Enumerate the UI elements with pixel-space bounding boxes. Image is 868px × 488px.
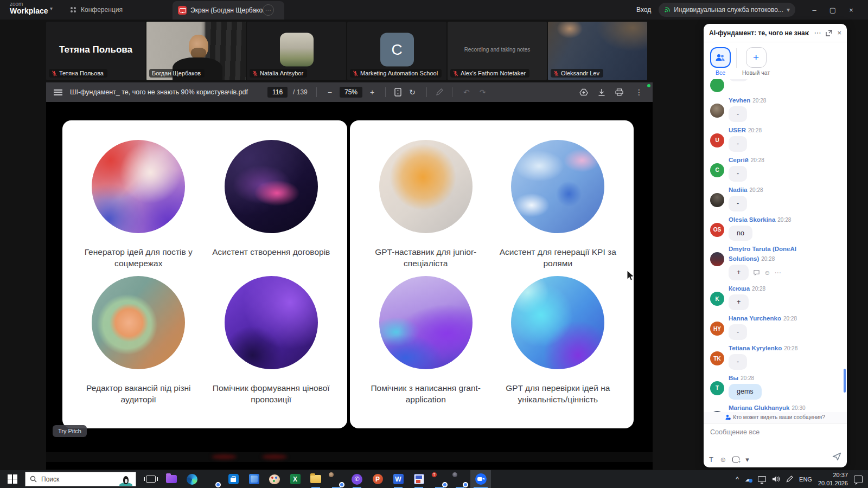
redo-icon[interactable]: ↷	[477, 88, 488, 96]
tray-chevron-icon[interactable]: ^	[736, 476, 739, 483]
taskbar-app-edge[interactable]	[182, 470, 202, 488]
message-bubble[interactable]: gems	[729, 384, 762, 400]
message-more-icon[interactable]: ⋯	[775, 269, 781, 276]
pen-icon[interactable]	[786, 476, 793, 483]
recording-indicator-dot	[647, 84, 650, 87]
taskbar-app-word[interactable]: W	[388, 470, 409, 488]
taskbar-app-billing-app[interactable]	[409, 470, 429, 488]
gpt-use-case: Асистент створення договорів	[212, 140, 330, 276]
maximize-button[interactable]: ▢	[824, 0, 842, 20]
notification-center-icon[interactable]	[854, 476, 863, 483]
menu-icon[interactable]	[54, 89, 62, 95]
page-number-input[interactable]: 116	[267, 87, 288, 98]
taskbar-app-excel[interactable]: X	[285, 470, 305, 488]
taskbar-app-viber[interactable]: ✆	[347, 470, 367, 488]
use-case-caption: Помічник з написання grant-application	[367, 382, 485, 406]
close-button[interactable]: ×	[842, 0, 860, 20]
login-button[interactable]: Вход	[636, 6, 651, 14]
taskbar-app-task-view[interactable]	[141, 470, 161, 488]
chat-scrollbar[interactable]	[844, 369, 846, 393]
taskbar-app-chrome-red[interactable]: T	[429, 470, 450, 488]
taskbar-app-microsoft-store[interactable]	[223, 470, 244, 488]
chat-message-list[interactable]: +Yevhen20:28-UUSER20:28-CСергій20:28-Nad…	[704, 79, 847, 412]
taskbar-app-zoom[interactable]	[470, 470, 491, 488]
taskbar-app-powerpoint[interactable]: P	[367, 470, 388, 488]
tab-more-button[interactable]: ⋯	[263, 4, 274, 16]
chat-message: CСергій20:28-	[710, 155, 841, 182]
new-chat-plus-icon: +	[746, 47, 767, 68]
chat-input-area[interactable]: Сообщение все T ☺ ▾	[704, 423, 847, 467]
send-icon[interactable]	[832, 452, 841, 463]
windows-logo-icon	[8, 474, 17, 484]
message-bubble[interactable]: -	[729, 196, 747, 211]
taskbar-app-chrome[interactable]	[202, 470, 223, 488]
add-to-drive-icon[interactable]	[579, 88, 588, 97]
language-indicator[interactable]: ENG	[799, 476, 812, 483]
zoom-level[interactable]: 75%	[340, 87, 362, 98]
taskbar-app-file-explorer[interactable]	[305, 470, 326, 488]
participant-tile[interactable]: CMarketing Automation School	[347, 22, 446, 80]
participant-tile[interactable]: Natalia Antsybor	[247, 22, 346, 80]
taskbar-app-chrome-profile[interactable]	[326, 470, 347, 488]
taskbar-search[interactable]: Поиск	[25, 472, 136, 486]
message-bubble[interactable]: no	[729, 226, 752, 241]
download-icon[interactable]	[598, 88, 605, 97]
message-bubble[interactable]: -	[729, 324, 747, 340]
search-placeholder: Поиск	[41, 476, 59, 483]
tab-conference[interactable]: Конференция	[64, 0, 128, 20]
try-pitch-button[interactable]: Try Pitch	[53, 425, 87, 437]
participant-tile[interactable]: Recording and taking notesAlex's Fathom …	[448, 22, 547, 80]
participant-tile[interactable]: Богдан Щербаков	[146, 22, 246, 80]
display-icon[interactable]	[758, 476, 766, 482]
taskbar-app-paint[interactable]	[264, 470, 285, 488]
rotate-icon[interactable]: ↻	[407, 88, 418, 96]
taskbar-app-chrome-profile-2[interactable]	[450, 470, 470, 488]
volume-icon[interactable]	[772, 476, 780, 483]
emoji-icon[interactable]: ☺	[719, 456, 726, 463]
message-bubble[interactable]: -	[729, 166, 747, 182]
avatar: K	[710, 292, 724, 306]
screenshot-icon[interactable]	[732, 457, 739, 463]
reply-icon[interactable]	[753, 269, 760, 276]
print-icon[interactable]	[615, 88, 623, 96]
onedrive-icon[interactable]: ☁	[745, 476, 752, 483]
stream-service-dropdown[interactable]: Индивидуальная служба потоково... ▾	[659, 3, 795, 17]
undo-icon[interactable]: ↶	[461, 88, 472, 96]
zoom-in-button[interactable]: +	[368, 88, 376, 96]
chat-input-placeholder[interactable]: Сообщение все	[710, 428, 760, 436]
chat-message: TВы20:28gems	[710, 373, 841, 400]
taskbar-app-photos[interactable]	[244, 470, 264, 488]
message-bubble[interactable]: -	[729, 136, 747, 152]
attach-caret-icon[interactable]: ▾	[745, 456, 749, 463]
avatar	[710, 104, 724, 118]
more-options-icon[interactable]: ⋮	[633, 88, 645, 96]
message-bubble[interactable]: +	[729, 79, 749, 81]
use-case-caption: Генератор ідей для постів у соцмережах	[79, 246, 197, 269]
reaction-icon[interactable]: ☺	[764, 269, 770, 276]
participant-tile[interactable]: Oleksandr Lev	[548, 22, 647, 80]
annotate-pen-icon[interactable]	[436, 88, 443, 96]
use-case-art	[511, 140, 604, 233]
participant-tile[interactable]: Тетяна ПольоваТетяна Польова	[46, 22, 145, 80]
chat-more-icon[interactable]: ⋯	[814, 29, 821, 37]
message-bubble[interactable]: +	[729, 294, 749, 310]
fit-page-icon[interactable]	[394, 88, 401, 97]
chat-tab-new[interactable]: + Новый чат	[742, 47, 770, 76]
minimize-button[interactable]: –	[805, 0, 824, 20]
chat-popout-icon[interactable]	[826, 30, 832, 36]
message-bubble[interactable]: -	[729, 354, 747, 370]
message-bubble[interactable]: +	[729, 265, 749, 280]
zoom-out-button[interactable]: −	[326, 88, 334, 96]
message-bubble[interactable]: -	[729, 106, 747, 122]
format-text-icon[interactable]: T	[709, 456, 713, 463]
gpt-use-case: GPT-наставник для junior-спеціаліста	[367, 140, 485, 276]
message-time: 20:28	[784, 345, 797, 351]
workspace-caret-icon[interactable]: ▾	[50, 5, 53, 11]
start-button[interactable]	[0, 470, 25, 488]
taskbar-clock[interactable]: 20:3720.01.2026	[818, 471, 848, 487]
chat-close-icon[interactable]: ×	[837, 29, 841, 37]
chat-visibility-notice[interactable]: Кто может видеть ваши сообщения?	[704, 412, 847, 423]
chat-tab-all[interactable]: Все	[710, 47, 731, 76]
taskbar-app-files-purple[interactable]	[161, 470, 182, 488]
excel-icon: X	[290, 474, 301, 484]
